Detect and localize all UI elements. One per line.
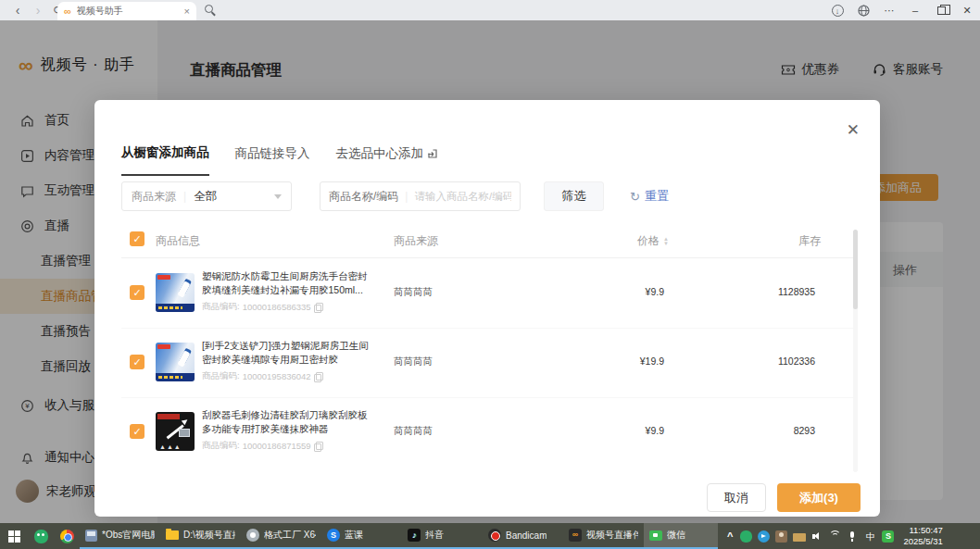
- taskbar-item-weixin-active[interactable]: 微信: [644, 523, 718, 549]
- screen: ‹ › ⟳ ∞ 视频号助手 × ↓ ⋯ – ✕ ∞ 视频号 · 助手: [0, 0, 980, 549]
- taskbar-item-lanke[interactable]: S 蓝课: [321, 523, 402, 549]
- minimize-icon[interactable]: –: [902, 5, 928, 16]
- product-source-select[interactable]: 商品来源 | 全部: [121, 181, 292, 211]
- product-price: ¥9.9: [610, 286, 664, 297]
- cancel-button[interactable]: 取消: [707, 483, 766, 512]
- column-header-info: 商品信息: [156, 233, 200, 249]
- source-select-label: 商品来源: [132, 189, 176, 205]
- window-controls: ↓ ⋯ – ✕: [824, 0, 980, 20]
- taskbar: *Obs官网电脑... D:\视频号直播... 格式工厂 X64 ... S 蓝…: [0, 523, 980, 549]
- external-link-icon: [427, 148, 438, 159]
- product-title: 刮胶器毛刺修边清硅胶刮刀璃胶刮胶板多功能专用打胶美缝抹胶神器: [202, 408, 371, 436]
- row-checkbox[interactable]: ✓: [130, 424, 144, 439]
- refresh-icon: ↻: [630, 190, 640, 204]
- browser-back-icon[interactable]: ‹: [7, 3, 28, 18]
- filter-button[interactable]: 筛选: [544, 181, 604, 211]
- product-name-input[interactable]: [414, 191, 511, 202]
- product-thumbnail: ▲▲▲: [156, 412, 195, 451]
- taskbar-item-obs[interactable]: *Obs官网电脑...: [80, 523, 160, 549]
- sogou-icon[interactable]: S: [882, 530, 894, 543]
- reset-label: 重置: [645, 188, 669, 205]
- table-row[interactable]: ✓ ▲▲▲ 刮胶器毛刺修边清硅胶刮刀璃胶刮胶板多功能专用打胶美缝抹胶神器 商品编…: [94, 398, 880, 468]
- browser-tab[interactable]: ∞ 视频号助手 ×: [57, 2, 196, 20]
- taskbar-item-folder[interactable]: D:\视频号直播...: [160, 523, 241, 549]
- table-row[interactable]: ✓ [到手2支送铲刀]强力塑钢泥厨房卫生间密封胶美缝填隙专用厨卫密封胶150M.…: [94, 329, 880, 398]
- start-button[interactable]: [0, 530, 28, 543]
- modal-close-icon[interactable]: ✕: [847, 122, 860, 138]
- name-filter-label: 商品名称/编码: [329, 189, 398, 205]
- tab-selection-center-label: 去选品中心添加: [336, 145, 424, 162]
- row-checkbox[interactable]: ✓: [130, 285, 144, 300]
- tray-telegram-icon[interactable]: [758, 530, 770, 543]
- clock-time: 11:50:47: [903, 525, 942, 536]
- copy-icon[interactable]: [314, 372, 321, 381]
- product-name-filter: 商品名称/编码 |: [320, 181, 521, 211]
- microphone-icon[interactable]: [847, 530, 859, 543]
- product-stock: 8293: [721, 425, 815, 436]
- globe-icon[interactable]: [850, 4, 876, 17]
- product-code: 商品编码: 10000195836042: [202, 370, 371, 382]
- douyin-icon: ♪: [408, 529, 421, 542]
- browser-forward-icon[interactable]: ›: [28, 3, 48, 18]
- tray-avatar-icon[interactable]: [775, 530, 787, 543]
- price-sort-icon[interactable]: ▲▼: [663, 237, 669, 246]
- column-header-stock: 库存: [798, 233, 821, 249]
- row-checkbox[interactable]: ✓: [130, 355, 144, 369]
- taskbar-clock[interactable]: 11:50:47 2025/5/31: [903, 525, 942, 547]
- copy-icon[interactable]: [314, 442, 321, 450]
- column-header-source: 商品来源: [394, 233, 438, 249]
- scrollbar-thumb[interactable]: [853, 230, 858, 309]
- taskbar-item-bandicam[interactable]: Bandicam: [483, 523, 563, 549]
- browser-menu-icon[interactable]: ⋯: [876, 5, 902, 17]
- tray-expand-icon[interactable]: ^: [725, 530, 735, 542]
- modal-footer: 取消 添加(3): [94, 483, 880, 513]
- close-icon[interactable]: ✕: [954, 5, 980, 17]
- select-all-checkbox[interactable]: ✓: [130, 231, 144, 246]
- tray-card-icon[interactable]: [793, 533, 806, 542]
- confirm-add-button[interactable]: 添加(3): [777, 483, 861, 512]
- chevron-down-icon: [274, 194, 282, 199]
- table-row[interactable]: ✓ 塑钢泥防水防霉卫生间厨房洗手台密封胶填缝剂美缝封边补漏专用胶150ml...…: [94, 259, 880, 329]
- product-stock: 1128935: [721, 286, 815, 297]
- modal-scrollbar[interactable]: [853, 230, 858, 472]
- taskbar-item-douyin[interactable]: ♪ 抖音: [402, 523, 483, 549]
- format-factory-icon: [246, 529, 259, 542]
- copy-icon[interactable]: [314, 303, 321, 311]
- product-source: 苘苘苘苘: [394, 286, 433, 299]
- tab-add-from-showcase[interactable]: 从橱窗添加商品: [121, 144, 209, 176]
- channels-favicon: ∞: [64, 6, 71, 17]
- modal-tabs: 从橱窗添加商品 商品链接导入 去选品中心添加: [121, 144, 438, 176]
- tab-title: 视频号助手: [77, 5, 184, 18]
- product-code: 商品编码: 10000186586335: [202, 301, 371, 313]
- product-title: 塑钢泥防水防霉卫生间厨房洗手台密封胶填缝剂美缝封边补漏专用胶150ml...: [202, 269, 371, 297]
- lanke-icon: S: [327, 529, 340, 542]
- ime-indicator[interactable]: 中: [864, 530, 876, 543]
- tab-close-icon[interactable]: ×: [184, 6, 190, 17]
- product-title: [到手2支送铲刀]强力塑钢泥厨房卫生间密封胶美缝填隙专用厨卫密封胶150M...: [202, 339, 371, 367]
- table-header: ✓ 商品信息 商品来源 价格 ▲▼ 库存: [94, 230, 880, 254]
- restore-icon[interactable]: [928, 6, 954, 15]
- tray-wechat-icon[interactable]: [740, 530, 752, 543]
- folder-icon: [166, 530, 179, 540]
- bandicam-icon: [488, 529, 501, 542]
- product-price: ¥9.9: [610, 425, 664, 436]
- volume-icon[interactable]: [811, 530, 823, 543]
- tab-search-icon[interactable]: [204, 4, 219, 19]
- reset-button[interactable]: ↻ 重置: [630, 188, 669, 205]
- taskbar-chrome-icon[interactable]: [54, 530, 80, 543]
- clock-date: 2025/5/31: [903, 536, 942, 547]
- tab-import-by-link[interactable]: 商品链接导入: [235, 144, 310, 176]
- taskbar-item-channels-live[interactable]: ∞ 视频号直播伴侣: [563, 523, 644, 549]
- download-icon[interactable]: ↓: [824, 5, 850, 17]
- wifi-icon[interactable]: [829, 530, 841, 543]
- product-stock: 1102336: [721, 356, 815, 367]
- channels-live-icon: ∞: [569, 529, 582, 542]
- tab-selection-center[interactable]: 去选品中心添加: [336, 144, 439, 176]
- taskbar-item-formatfactory[interactable]: 格式工厂 X64 ...: [241, 523, 321, 549]
- taskbar-wechat-icon[interactable]: [28, 530, 54, 543]
- product-thumbnail: [156, 343, 195, 381]
- product-thumbnail: [156, 273, 195, 312]
- screen-share-icon: [649, 530, 662, 541]
- add-product-modal: ✕ 从橱窗添加商品 商品链接导入 去选品中心添加 商品来源 | 全部 商品名称/…: [94, 100, 880, 517]
- product-source: 苘苘苘苘: [394, 425, 433, 438]
